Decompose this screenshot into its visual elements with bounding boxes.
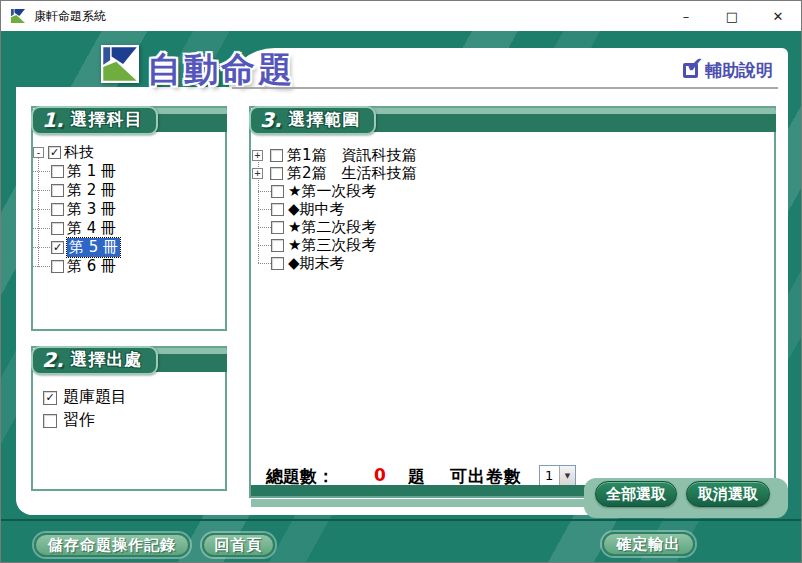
- app-logo-icon: [10, 8, 26, 24]
- close-button[interactable]: ✕: [755, 1, 801, 31]
- tree-item-label[interactable]: ★第一次段考: [288, 182, 376, 201]
- minimize-button[interactable]: –: [663, 1, 709, 31]
- checkbox-checked[interactable]: ✓: [48, 146, 61, 159]
- section-title: 選擇出處: [71, 348, 143, 371]
- header-dark-band: [369, 114, 776, 132]
- tree-row[interactable]: 第 3 冊: [33, 200, 225, 219]
- checkbox-unchecked[interactable]: [271, 221, 284, 234]
- tree-stub: [33, 228, 50, 229]
- subject-section-header: 1. 選擇科目: [31, 106, 227, 138]
- checkbox-checked[interactable]: ✓: [43, 391, 57, 405]
- subject-tree: - ✓ 科技 第 1 冊 第 2 冊 第 3 冊: [33, 143, 225, 276]
- tree-item-label[interactable]: 科技: [64, 143, 94, 162]
- tree-item-label[interactable]: 第 4 冊: [67, 219, 116, 238]
- tree-item-label[interactable]: ★第三次段考: [288, 236, 376, 255]
- tree-row[interactable]: 第 6 冊: [33, 257, 225, 276]
- header-dark-band: [151, 354, 227, 372]
- tree-stub: [33, 247, 50, 248]
- tree-row[interactable]: ★第二次段考: [252, 218, 774, 236]
- tree-item-label[interactable]: 第 6 冊: [67, 257, 116, 276]
- section-title: 選擇科目: [71, 108, 143, 131]
- checkbox-item[interactable]: 習作: [43, 409, 221, 432]
- tree-item-label[interactable]: 第1篇 資訊科技篇: [287, 146, 417, 165]
- tree-stub: [258, 245, 271, 246]
- range-tree: + 第1篇 資訊科技篇 + 第2篇 生活科技篇 ★第一次段考 ◆期中考: [252, 138, 774, 272]
- footer-divider-line: [1, 519, 801, 521]
- tree-item-label[interactable]: ◆期末考: [288, 254, 345, 273]
- checkbox-unchecked[interactable]: [51, 184, 64, 197]
- tree-row[interactable]: ◆期末考: [252, 254, 774, 272]
- checkbox-item[interactable]: ✓ 題庫題目: [43, 386, 221, 409]
- range-header-tab: 3. 選擇範圍: [249, 106, 376, 135]
- section-number: 2.: [42, 348, 64, 372]
- help-label: 輔助說明: [705, 59, 773, 82]
- checkbox-unchecked[interactable]: [270, 149, 283, 162]
- checkbox-unchecked[interactable]: [51, 165, 64, 178]
- confirm-output-button[interactable]: 確定輸出: [602, 532, 695, 556]
- checkbox-label[interactable]: 題庫題目: [63, 387, 127, 408]
- header-dark-band: [151, 114, 227, 132]
- section-number: 3.: [260, 108, 282, 132]
- checkbox-unchecked[interactable]: [271, 239, 284, 252]
- checkbox-unchecked[interactable]: [271, 185, 284, 198]
- tree-item-label[interactable]: 第 1 冊: [67, 162, 116, 181]
- tree-stub: [258, 191, 271, 192]
- maximize-button[interactable]: □: [709, 1, 755, 31]
- checkbox-unchecked[interactable]: [43, 414, 57, 428]
- tree-item-label[interactable]: 第2篇 生活科技篇: [287, 164, 417, 183]
- help-link[interactable]: ✔ 輔助說明: [683, 59, 773, 82]
- expand-icon[interactable]: +: [252, 150, 263, 161]
- tree-row[interactable]: + 第2篇 生活科技篇: [252, 164, 774, 182]
- tree-row[interactable]: ★第三次段考: [252, 236, 774, 254]
- checkbox-unchecked[interactable]: [271, 257, 284, 270]
- source-section-header: 2. 選擇出處: [31, 346, 227, 378]
- save-record-button[interactable]: 儲存命題操作記錄: [34, 533, 190, 557]
- collapse-icon[interactable]: -: [33, 147, 44, 158]
- tree-item-label[interactable]: ◆期中考: [288, 200, 345, 219]
- tree-row[interactable]: ◆期中考: [252, 200, 774, 218]
- tree-item-label[interactable]: ★第二次段考: [288, 218, 376, 237]
- tree-item-label[interactable]: 第 2 冊: [67, 181, 116, 200]
- subject-panel: 1. 選擇科目 - ✓ 科技 第 1 冊 第 2 冊: [31, 106, 227, 331]
- deselect-all-button[interactable]: 取消選取: [686, 481, 770, 507]
- tree-item-label[interactable]: 第 3 冊: [67, 200, 116, 219]
- checkbox-checked[interactable]: ✓: [51, 241, 64, 254]
- source-checkbox-list: ✓ 題庫題目 習作: [43, 386, 221, 432]
- tree-row-root[interactable]: - ✓ 科技: [33, 143, 225, 162]
- tree-row[interactable]: + 第1篇 資訊科技篇: [252, 146, 774, 164]
- tree-stub: [33, 266, 50, 267]
- tree-row[interactable]: 第 1 冊: [33, 162, 225, 181]
- tree-row[interactable]: ★第一次段考: [252, 182, 774, 200]
- window-title: 康軒命題系統: [34, 8, 106, 25]
- expand-icon[interactable]: +: [252, 168, 263, 179]
- tree-stub: [258, 263, 271, 264]
- select-all-button[interactable]: 全部選取: [595, 481, 677, 507]
- checkbox-label[interactable]: 習作: [63, 410, 95, 431]
- checkbox-unchecked[interactable]: [271, 203, 284, 216]
- checkbox-unchecked[interactable]: [270, 167, 283, 180]
- header-logo-icon: [101, 45, 139, 83]
- dropdown-arrow-icon[interactable]: ▼: [559, 466, 575, 485]
- titlebar: 康軒命題系統 – □ ✕: [1, 1, 801, 31]
- papers-count-value: 1: [540, 466, 559, 485]
- home-button[interactable]: 回首頁: [202, 533, 275, 557]
- total-questions-value: 0: [363, 465, 397, 485]
- tree-stub: [33, 171, 50, 172]
- header-divider-line: [232, 87, 778, 89]
- subject-header-tab: 1. 選擇科目: [31, 106, 158, 135]
- tree-item-label[interactable]: 第 5 冊: [67, 238, 120, 257]
- checkbox-unchecked[interactable]: [51, 203, 64, 216]
- range-panel: 3. 選擇範圍 + 第1篇 資訊科技篇 + 第2篇 生活科技篇 ★第一次段考: [249, 106, 776, 498]
- tree-stub: [33, 190, 50, 191]
- checkbox-unchecked[interactable]: [51, 222, 64, 235]
- tree-row[interactable]: 第 2 冊: [33, 181, 225, 200]
- checkbox-unchecked[interactable]: [51, 260, 64, 273]
- section-title: 選擇範圍: [289, 108, 361, 131]
- section-number: 1.: [42, 108, 64, 132]
- help-check-icon: ✔: [683, 63, 698, 78]
- tree-row[interactable]: 第 4 冊: [33, 219, 225, 238]
- papers-count-select[interactable]: 1 ▼: [539, 465, 576, 486]
- app-window: 康軒命題系統 – □ ✕ 自動命題 ✔ 輔助說明 1. 選擇科目: [0, 0, 802, 563]
- tree-row-selected[interactable]: ✓ 第 5 冊: [33, 238, 225, 257]
- source-header-tab: 2. 選擇出處: [31, 346, 158, 375]
